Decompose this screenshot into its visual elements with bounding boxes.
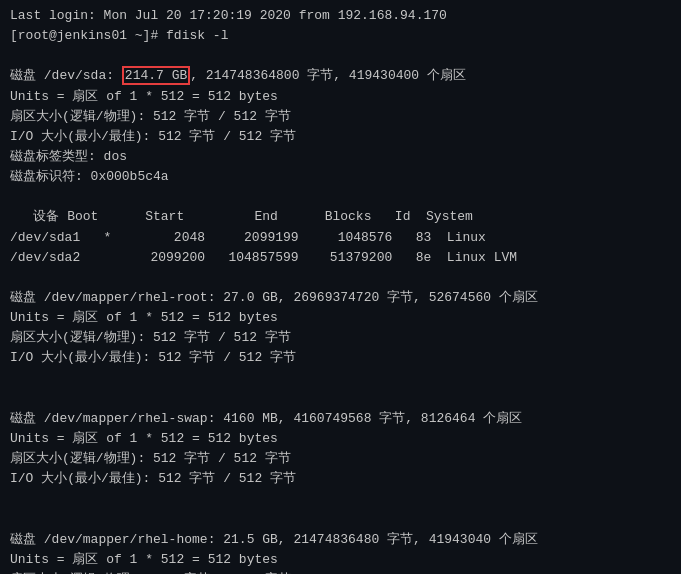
sda2-line: /dev/sda2 2099200 104857599 51379200 8e …	[10, 248, 671, 268]
blank-line-6	[10, 489, 671, 509]
disk-rhel-swap-line: 磁盘 /dev/mapper/rhel-swap: 4160 MB, 41607…	[10, 409, 671, 429]
units-rhel-root-line: Units = 扇区 of 1 * 512 = 512 bytes	[10, 308, 671, 328]
table-header-line: 设备 Boot Start End Blocks Id System	[10, 207, 671, 227]
disk-rhel-root-line: 磁盘 /dev/mapper/rhel-root: 27.0 GB, 26969…	[10, 288, 671, 308]
units-rhel-home-line: Units = 扇区 of 1 * 512 = 512 bytes	[10, 550, 671, 570]
io-rhel-root-line: I/O 大小(最小/最佳): 512 字节 / 512 字节	[10, 348, 671, 368]
blank-line-5	[10, 389, 671, 409]
blank-line-1	[10, 46, 671, 66]
blank-line-4	[10, 369, 671, 389]
disk-sda-suffix: , 214748364800 字节, 419430400 个扇区	[190, 68, 466, 83]
blank-line-3	[10, 268, 671, 288]
disk-sda-size-highlight: 214.7 GB	[122, 66, 190, 85]
io-rhel-swap-line: I/O 大小(最小/最佳): 512 字节 / 512 字节	[10, 469, 671, 489]
prompt-line: [root@jenkins01 ~]# fdisk -l	[10, 26, 671, 46]
sector-rhel-root-line: 扇区大小(逻辑/物理): 512 字节 / 512 字节	[10, 328, 671, 348]
sector-rhel-swap-line: 扇区大小(逻辑/物理): 512 字节 / 512 字节	[10, 449, 671, 469]
sector-rhel-home-line: 扇区大小(逻辑/物理): 512 字节 / 512 字节	[10, 570, 671, 574]
login-line: Last login: Mon Jul 20 17:20:19 2020 fro…	[10, 6, 671, 26]
blank-line-2	[10, 187, 671, 207]
disk-sda-prefix: 磁盘 /dev/sda:	[10, 68, 122, 83]
terminal-window: Last login: Mon Jul 20 17:20:19 2020 fro…	[0, 0, 681, 574]
units-sda-line: Units = 扇区 of 1 * 512 = 512 bytes	[10, 87, 671, 107]
sda1-line: /dev/sda1 * 2048 2099199 1048576 83 Linu…	[10, 228, 671, 248]
disk-sda-line: 磁盘 /dev/sda: 214.7 GB, 214748364800 字节, …	[10, 66, 671, 86]
io-sda-line: I/O 大小(最小/最佳): 512 字节 / 512 字节	[10, 127, 671, 147]
id-sda-line: 磁盘标识符: 0x000b5c4a	[10, 167, 671, 187]
label-sda-line: 磁盘标签类型: dos	[10, 147, 671, 167]
blank-line-7	[10, 510, 671, 530]
sector-sda-line: 扇区大小(逻辑/物理): 512 字节 / 512 字节	[10, 107, 671, 127]
disk-rhel-home-line: 磁盘 /dev/mapper/rhel-home: 21.5 GB, 21474…	[10, 530, 671, 550]
units-rhel-swap-line: Units = 扇区 of 1 * 512 = 512 bytes	[10, 429, 671, 449]
